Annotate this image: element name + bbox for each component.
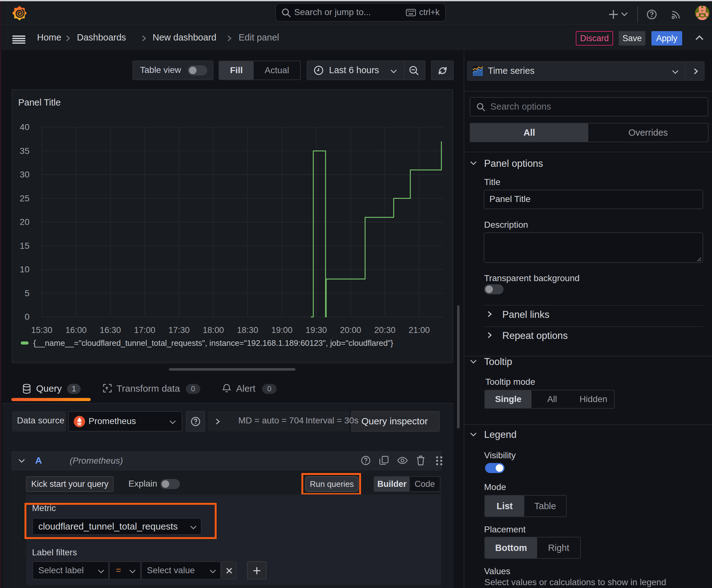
svg-text:{__name__="cloudflared_tunnel_: {__name__="cloudflared_tunnel_total_requ… xyxy=(33,339,393,348)
svg-text:35: 35 xyxy=(20,146,29,156)
svg-text:15:30: 15:30 xyxy=(31,326,52,335)
svg-text:40: 40 xyxy=(20,122,29,132)
svg-text:20:30: 20:30 xyxy=(374,326,395,335)
svg-text:30: 30 xyxy=(20,170,29,180)
svg-text:20:00: 20:00 xyxy=(340,326,361,335)
svg-text:0: 0 xyxy=(24,312,29,322)
svg-text:19:30: 19:30 xyxy=(306,326,327,335)
svg-text:10: 10 xyxy=(20,265,29,274)
svg-text:5: 5 xyxy=(24,288,29,298)
svg-text:17:00: 17:00 xyxy=(134,326,155,335)
svg-text:20: 20 xyxy=(20,217,29,227)
svg-text:25: 25 xyxy=(20,193,29,203)
svg-text:15: 15 xyxy=(20,241,29,251)
svg-text:18:30: 18:30 xyxy=(237,326,258,335)
svg-text:18:00: 18:00 xyxy=(203,326,224,335)
svg-text:16:00: 16:00 xyxy=(66,326,87,335)
svg-text:16:30: 16:30 xyxy=(100,326,121,335)
svg-text:17:30: 17:30 xyxy=(168,326,190,335)
svg-text:19:00: 19:00 xyxy=(271,326,293,335)
svg-text:21:00: 21:00 xyxy=(409,326,430,335)
